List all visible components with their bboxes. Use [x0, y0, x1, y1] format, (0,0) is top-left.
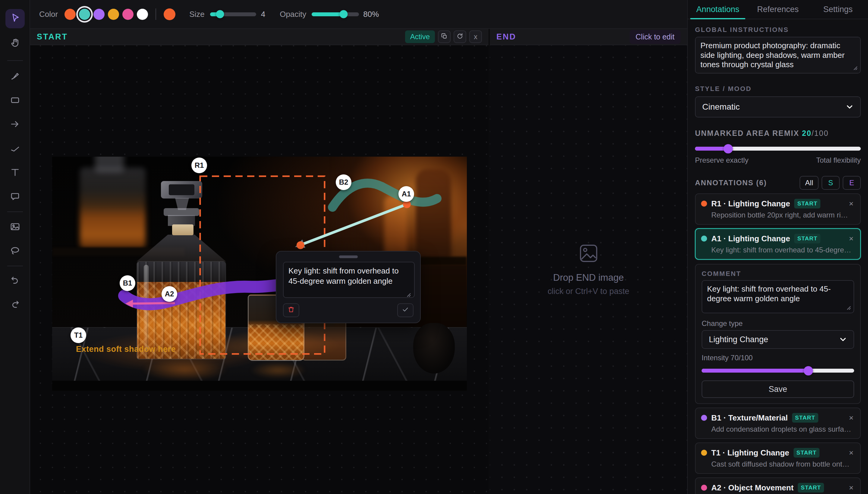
- annotation-title: A1 · Lighting Change: [711, 234, 790, 243]
- delete-annotation-button[interactable]: ×: [848, 448, 855, 458]
- opacity-slider[interactable]: [312, 12, 359, 16]
- remix-slider-thumb[interactable]: [724, 144, 733, 153]
- start-badge: START: [792, 413, 818, 423]
- tool-rectangle[interactable]: [5, 91, 25, 110]
- canvas-marker-t1[interactable]: T1: [71, 327, 86, 343]
- annotation-card-t1[interactable]: T1 · Lighting Change START × Cast soft d…: [695, 442, 861, 474]
- swatch-amber[interactable]: [108, 9, 119, 20]
- swatch-pink[interactable]: [122, 9, 133, 20]
- tool-brush[interactable]: [5, 67, 25, 86]
- canvas-marker-a2[interactable]: A2: [162, 286, 177, 302]
- delete-annotation-button[interactable]: ×: [848, 199, 855, 208]
- save-button[interactable]: Save: [702, 380, 854, 398]
- canvas-marker-b2[interactable]: B2: [336, 174, 351, 190]
- dropzone-hint: click or Ctrl+V to paste: [548, 287, 629, 296]
- start-panel-title: START: [37, 32, 68, 42]
- start-panel-header: START Active x: [30, 29, 488, 45]
- close-start-button[interactable]: x: [469, 31, 482, 43]
- canvas-marker-b1[interactable]: B1: [119, 275, 135, 291]
- size-label: Size: [189, 10, 205, 19]
- filter-all-button[interactable]: All: [799, 176, 818, 190]
- tool-image[interactable]: [5, 217, 25, 237]
- background-bottle: [384, 195, 407, 257]
- copy-button[interactable]: [438, 31, 450, 43]
- canvas-marker-r1[interactable]: R1: [191, 157, 207, 173]
- properties-panel: Annotations References Settings GLOBAL I…: [687, 0, 868, 494]
- tool-sidebar: [0, 0, 30, 494]
- delete-annotation-button[interactable]: ×: [848, 234, 855, 243]
- arrow-icon: [10, 118, 21, 131]
- tool-pan[interactable]: [5, 34, 25, 53]
- filter-start-button[interactable]: S: [821, 176, 840, 190]
- delete-annotation-button[interactable]: ×: [848, 483, 855, 493]
- t1-text-annotation[interactable]: Extend soft shadow here: [76, 345, 176, 354]
- annotation-comment-popup: Key light: shift from overhead to 45-deg…: [276, 251, 421, 323]
- check-icon: [402, 306, 409, 315]
- opacity-value: 80%: [363, 10, 379, 19]
- tool-text[interactable]: [5, 163, 25, 183]
- tool-redo[interactable]: [5, 296, 25, 315]
- style-mood-value: Cinematic: [702, 102, 740, 112]
- tab-annotations[interactable]: Annotations: [688, 0, 748, 19]
- annotation-dot: [701, 450, 707, 456]
- delete-annotation-button[interactable]: ×: [848, 413, 855, 423]
- chevron-down-icon: [846, 103, 853, 111]
- annotation-editor: COMMENT Key light: shift from overhead t…: [695, 264, 861, 404]
- swatch-purple[interactable]: [93, 9, 105, 20]
- tool-select[interactable]: [5, 9, 25, 28]
- refresh-button[interactable]: [454, 31, 466, 43]
- end-image-dropzone[interactable]: Drop END image click or Ctrl+V to paste: [490, 45, 687, 494]
- opacity-slider-thumb[interactable]: [339, 10, 348, 18]
- start-panel: START Active x: [30, 29, 488, 494]
- global-instructions-input[interactable]: Premium product photography: dramatic si…: [695, 37, 861, 74]
- annotation-card-a1-selected[interactable]: A1 · Lighting Change START × Key light: …: [695, 228, 861, 260]
- dropzone-title: Drop END image: [553, 272, 624, 283]
- comment-input[interactable]: Key light: shift from overhead to 45-deg…: [702, 280, 854, 313]
- swatch-teal-selected[interactable]: [79, 9, 90, 20]
- tool-lasso[interactable]: [5, 242, 25, 261]
- tab-settings[interactable]: Settings: [808, 0, 868, 19]
- filter-end-button[interactable]: E: [843, 176, 861, 190]
- change-type-select[interactable]: Lighting Change: [702, 330, 854, 349]
- swatch-white[interactable]: [137, 9, 148, 20]
- rectangle-icon: [10, 94, 21, 107]
- sidebar-divider: [7, 266, 23, 266]
- redo-icon: [10, 299, 21, 312]
- tool-comment[interactable]: [5, 187, 25, 207]
- popup-confirm-button[interactable]: [397, 303, 413, 317]
- annotation-card-r1[interactable]: R1 · Lighting Change START × Reposition …: [695, 193, 861, 225]
- annotation-title: A2 · Object Movement: [711, 483, 794, 493]
- remix-slider[interactable]: [695, 147, 861, 151]
- start-canvas[interactable]: R1 B2 A1 B1 A2 T1 Extend soft shadow her…: [30, 45, 488, 494]
- active-badge[interactable]: Active: [405, 31, 435, 43]
- popup-comment-input[interactable]: Key light: shift from overhead to 45-deg…: [283, 262, 415, 298]
- style-mood-label: STYLE / MOOD: [695, 85, 861, 93]
- trash-icon: [287, 306, 295, 315]
- popup-delete-button[interactable]: [283, 303, 299, 317]
- annotation-title: R1 · Lighting Change: [711, 199, 790, 208]
- intensity-slider[interactable]: [702, 369, 854, 373]
- current-color-swatch[interactable]: [164, 8, 176, 20]
- popup-drag-handle[interactable]: [339, 255, 358, 258]
- swatch-orange[interactable]: [64, 9, 76, 20]
- canvas-marker-a1[interactable]: A1: [399, 186, 414, 202]
- rocks-glass-back: [302, 321, 346, 361]
- style-mood-select[interactable]: Cinematic: [695, 96, 861, 117]
- size-slider-thumb[interactable]: [216, 10, 224, 18]
- intensity-slider-thumb[interactable]: [804, 366, 813, 375]
- end-panel: END Click to edit Drop END image click o…: [490, 29, 687, 494]
- annotation-card-a2[interactable]: A2 · Object Movement START × Slide glass…: [695, 477, 861, 494]
- annotation-title: B1 · Texture/Material: [711, 413, 788, 423]
- intensity-label: Intensity 70/100: [702, 354, 854, 362]
- annotation-desc: Reposition bottle 20px right, add warm r…: [711, 211, 853, 219]
- size-slider[interactable]: [210, 12, 256, 16]
- chevron-down-icon: [839, 336, 847, 343]
- background-decanter: [80, 168, 146, 248]
- annotation-card-b1[interactable]: B1 · Texture/Material START × Add conden…: [695, 407, 861, 439]
- tool-curve[interactable]: [5, 139, 25, 158]
- click-to-edit-button[interactable]: Click to edit: [630, 30, 681, 44]
- end-panel-title: END: [496, 32, 516, 42]
- tool-arrow[interactable]: [5, 115, 25, 134]
- tab-references[interactable]: References: [748, 0, 808, 19]
- tool-undo[interactable]: [5, 272, 25, 291]
